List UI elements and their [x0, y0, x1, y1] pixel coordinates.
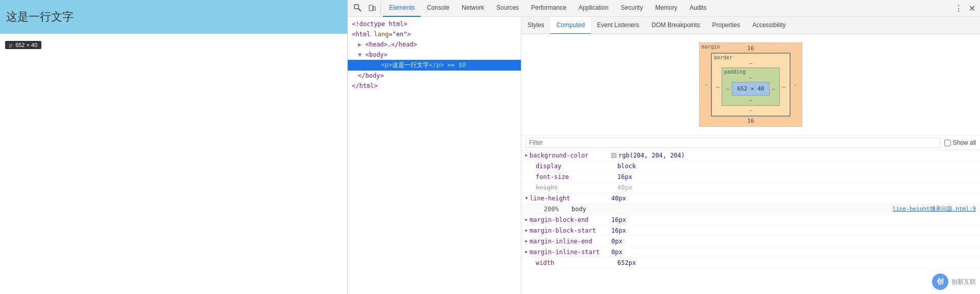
dom-p-selected[interactable]: ... <p>这是一行文字</p> == $0 — [348, 60, 521, 71]
dom-html[interactable]: <html lang="en"> — [348, 29, 521, 39]
prop-margin-block-end[interactable]: ▶ margin-block-end 16px — [521, 215, 980, 225]
dom-head[interactable]: ▶ <head>…</head> — [348, 39, 521, 50]
expand-icon-mie[interactable]: ▶ — [523, 237, 530, 246]
prop-value-display: block — [617, 162, 976, 171]
tooltip-size: 652 × 40 — [15, 42, 37, 48]
prop-background-color[interactable]: ▶ background-color rgb(204, 204, 204) — [521, 150, 980, 161]
devtools-panel: Elements Console Network Sources Perform… — [347, 0, 980, 294]
devtools-body: <!doctype html> <html lang="en"> ▶ <head… — [348, 17, 980, 294]
prop-line-height[interactable]: ▶ line-height 40px — [521, 193, 980, 204]
expand-icon-mis[interactable]: ▶ — [523, 247, 530, 257]
show-all-checkbox[interactable] — [944, 140, 951, 146]
svg-rect-2 — [369, 5, 373, 11]
prop-line-height-sub: 200% body line-height继承问题.html:9 — [521, 204, 980, 215]
tab-sources[interactable]: Sources — [490, 0, 525, 17]
border-right: – — [780, 83, 787, 90]
sub-tab-computed[interactable]: Computed — [551, 17, 591, 34]
content-box: 652 × 40 — [732, 82, 770, 96]
dom-html-close[interactable]: </html> — [348, 81, 521, 91]
prop-name-font-size: font-size — [536, 172, 617, 182]
prop-value-height: 40px — [617, 183, 976, 192]
content-size: 652 × 40 — [737, 85, 764, 92]
sub-source-lh[interactable]: line-height继承问题.html:9 — [893, 205, 976, 214]
svg-rect-0 — [354, 5, 358, 9]
tab-security[interactable]: Security — [615, 0, 649, 17]
svg-rect-3 — [373, 7, 375, 10]
show-all-label: Show all — [953, 139, 976, 146]
toolbar-icons — [350, 2, 381, 14]
expand-icon-bg[interactable]: ▶ — [523, 151, 530, 160]
watermark-text: 创新互联 — [951, 278, 976, 286]
prop-value-mie: 0px — [611, 237, 976, 246]
prop-value-mbe: 16px — [611, 215, 976, 224]
watermark-logo: 创 — [932, 274, 948, 290]
padding-right: – — [770, 85, 777, 92]
sub-tab-event-listeners[interactable]: Event Listeners — [591, 17, 646, 34]
watermark: 创 创新互联 — [932, 274, 976, 290]
padding-left: – — [724, 85, 732, 92]
expand-icon-mbe[interactable]: ▶ — [523, 215, 530, 224]
prop-name-line-height: line-height — [530, 194, 611, 203]
svg-line-1 — [358, 9, 361, 11]
tab-more-options: ⋮ ✕ — [952, 2, 978, 14]
prop-margin-inline-start[interactable]: ▶ margin-inline-start 0px — [521, 247, 980, 258]
filter-input[interactable] — [529, 139, 937, 146]
border-val: – — [714, 60, 787, 66]
prop-value-width: 652px — [617, 258, 976, 267]
device-toolbar-icon[interactable] — [366, 2, 378, 14]
browser-viewport: 这是一行文字 p 652 × 40 — [0, 0, 347, 294]
sub-key-lh: 200% — [542, 205, 567, 214]
sub-tab-properties[interactable]: Properties — [706, 17, 746, 34]
sub-tab-dom-breakpoints[interactable]: DOM Breakpoints — [646, 17, 706, 34]
prop-display: display block — [521, 161, 980, 172]
prop-margin-block-start[interactable]: ▶ margin-block-start 16px — [521, 225, 980, 236]
tab-audits[interactable]: Audits — [683, 0, 712, 17]
sub-tab-accessibility[interactable]: Accessibility — [746, 17, 792, 34]
prop-name-height: height — [536, 183, 617, 192]
border-label: border — [714, 55, 732, 60]
prop-value-line-height: 40px — [611, 194, 976, 203]
margin-left-val: - — [702, 81, 711, 88]
more-tabs-icon[interactable]: ⋮ — [952, 2, 965, 14]
filter-row: Show all — [521, 135, 980, 150]
page-content-area: 这是一行文字 — [0, 0, 347, 34]
expand-icon-mbs[interactable]: ▶ — [523, 226, 530, 235]
prop-name-display: display — [536, 162, 617, 171]
tab-network[interactable]: Network — [456, 0, 490, 17]
inspect-element-icon[interactable] — [352, 2, 364, 14]
prop-name-bg: background-color — [530, 151, 611, 160]
prop-height: height 40px — [521, 183, 980, 193]
devtools-main-tabs: Elements Console Network Sources Perform… — [383, 0, 952, 17]
margin-right-val: - — [791, 81, 800, 88]
padding-bottom: – — [724, 97, 777, 103]
computed-panel: Styles Computed Event Listeners DOM Brea… — [521, 17, 980, 294]
tab-elements[interactable]: Elements — [383, 0, 421, 17]
devtools-toolbar: Elements Console Network Sources Perform… — [348, 0, 980, 17]
box-model-container: margin 16 - border – – — [521, 34, 980, 135]
prop-width: width 652px — [521, 258, 980, 268]
prop-name-mie: margin-inline-end — [530, 237, 611, 246]
css-properties-list: ▶ background-color rgb(204, 204, 204) di… — [521, 150, 980, 294]
prop-name-mis: margin-inline-start — [530, 247, 611, 257]
page-heading: 这是一行文字 — [0, 5, 347, 29]
tab-application[interactable]: Application — [572, 0, 615, 17]
dom-body[interactable]: ▼ <body> — [348, 50, 521, 60]
expand-icon-line-height[interactable]: ▶ — [522, 195, 531, 201]
close-devtools-icon[interactable]: ✕ — [966, 2, 978, 14]
margin-bottom-val: 16 — [702, 118, 800, 124]
show-all-container: Show all — [944, 139, 976, 146]
dom-doctype: <!doctype html> — [348, 19, 521, 29]
prop-name-mbe: margin-block-end — [530, 215, 611, 224]
border-bottom: – — [714, 107, 787, 114]
tab-performance[interactable]: Performance — [525, 0, 572, 17]
prop-value-mis: 0px — [611, 247, 976, 257]
color-swatch-bg — [611, 153, 616, 158]
border-left: – — [714, 83, 722, 90]
sub-val-lh: body — [567, 205, 893, 214]
tab-console[interactable]: Console — [421, 0, 456, 17]
prop-margin-inline-end[interactable]: ▶ margin-inline-end 0px — [521, 236, 980, 247]
element-size-tooltip: p 652 × 40 — [5, 41, 41, 49]
tab-memory[interactable]: Memory — [649, 0, 683, 17]
dom-body-close[interactable]: </body> — [348, 71, 521, 81]
sub-tab-styles[interactable]: Styles — [521, 17, 551, 34]
